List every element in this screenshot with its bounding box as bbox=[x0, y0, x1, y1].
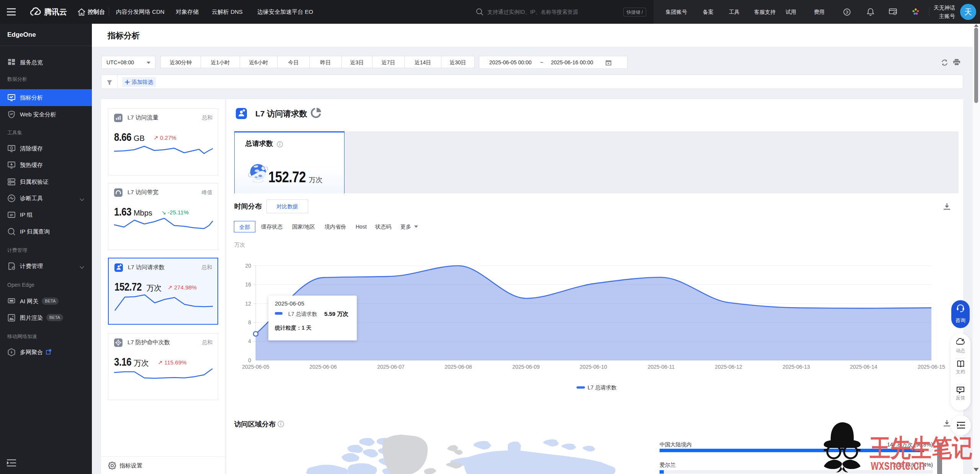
svg-text:12: 12 bbox=[245, 301, 251, 307]
svg-text:2025-06-09: 2025-06-09 bbox=[512, 364, 540, 370]
svg-text:2025-06-14: 2025-06-14 bbox=[850, 364, 877, 370]
svg-text:4: 4 bbox=[248, 338, 251, 344]
svg-text:2025-06-07: 2025-06-07 bbox=[377, 364, 405, 370]
svg-text:2025-06-10: 2025-06-10 bbox=[580, 364, 607, 370]
svg-text:2025-06-13: 2025-06-13 bbox=[782, 364, 810, 370]
svg-text:2025-06-06: 2025-06-06 bbox=[309, 364, 337, 370]
svg-text:20: 20 bbox=[245, 263, 251, 269]
svg-text:2025-06-15: 2025-06-15 bbox=[918, 364, 945, 370]
svg-text:IP: IP bbox=[10, 213, 13, 217]
svg-text:2025-06-11: 2025-06-11 bbox=[648, 364, 675, 370]
svg-text:2025-06-05: 2025-06-05 bbox=[242, 364, 270, 370]
svg-text:2025-06-08: 2025-06-08 bbox=[444, 364, 472, 370]
svg-text:16: 16 bbox=[245, 281, 251, 288]
svg-text:8: 8 bbox=[248, 319, 251, 325]
svg-text:0: 0 bbox=[248, 357, 251, 363]
svg-text:2025-06-12: 2025-06-12 bbox=[715, 364, 742, 370]
